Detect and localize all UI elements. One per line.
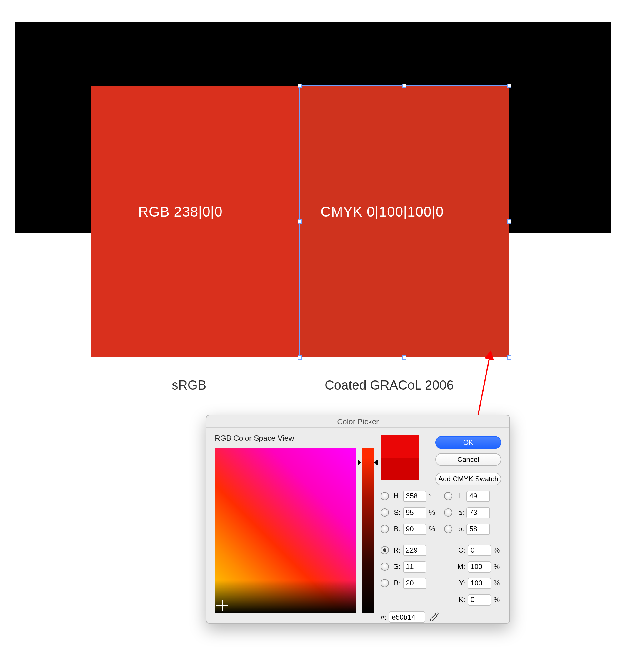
- swatch-cmyk-profile: Coated GRACoL 2006: [325, 378, 454, 393]
- radio-l[interactable]: [444, 492, 452, 500]
- label-a: a:: [455, 508, 464, 517]
- unit-percent: %: [493, 579, 502, 587]
- input-r[interactable]: [403, 545, 427, 556]
- label-hex: #:: [381, 613, 386, 621]
- unit-degree: °: [429, 492, 437, 500]
- label-y: Y:: [455, 579, 465, 587]
- input-c[interactable]: [468, 545, 491, 556]
- label-l: L:: [455, 492, 464, 500]
- label-b-hsb: B:: [391, 525, 401, 533]
- unit-percent: %: [429, 525, 437, 533]
- add-cmyk-swatch-button[interactable]: Add CMYK Swatch: [435, 473, 501, 485]
- unit-percent: %: [493, 562, 502, 571]
- dialog-title: Color Picker: [207, 415, 509, 428]
- label-g: G:: [391, 562, 401, 571]
- swatch-rgb-label: RGB 238|0|0: [138, 203, 223, 220]
- input-b-hsb[interactable]: [403, 523, 427, 535]
- input-k[interactable]: [468, 594, 491, 605]
- label-c: C:: [455, 546, 465, 554]
- radio-g[interactable]: [381, 562, 389, 571]
- input-h[interactable]: [403, 490, 427, 502]
- hue-slider[interactable]: [362, 448, 373, 613]
- swatch-cmyk[interactable]: [300, 86, 509, 357]
- input-g[interactable]: [403, 561, 427, 572]
- swatch-rgb[interactable]: [91, 86, 300, 357]
- radio-s[interactable]: [381, 508, 389, 517]
- sb-crosshair-icon: [216, 600, 228, 611]
- input-lab-b[interactable]: [466, 523, 490, 535]
- radio-h[interactable]: [381, 492, 389, 500]
- eyedropper-icon[interactable]: [429, 612, 439, 622]
- input-y[interactable]: [468, 578, 491, 589]
- radio-b-hsb[interactable]: [381, 525, 389, 533]
- input-a[interactable]: [466, 507, 490, 518]
- color-picker-dialog: Color Picker RGB Color Space View OK Can…: [206, 415, 510, 624]
- input-hex[interactable]: [389, 611, 425, 623]
- label-r: R:: [391, 546, 401, 554]
- unit-percent: %: [493, 546, 502, 554]
- input-b-rgb[interactable]: [403, 578, 427, 589]
- label-h: H:: [391, 492, 401, 500]
- radio-lab-b[interactable]: [444, 525, 452, 533]
- color-preview: [381, 435, 419, 480]
- swatch-cmyk-label: CMYK 0|100|100|0: [321, 203, 444, 220]
- label-k: K:: [455, 596, 465, 604]
- unit-percent: %: [493, 596, 502, 604]
- label-b-rgb: B:: [391, 579, 401, 587]
- input-m[interactable]: [468, 561, 491, 572]
- radio-a[interactable]: [444, 508, 452, 517]
- color-space-view-label: RGB Color Space View: [215, 434, 294, 442]
- ok-button[interactable]: OK: [435, 436, 501, 449]
- radio-b-rgb[interactable]: [381, 579, 389, 587]
- label-s: S:: [391, 508, 401, 517]
- label-m: M:: [455, 562, 465, 571]
- unit-percent: %: [429, 508, 437, 517]
- saturation-brightness-field[interactable]: [215, 448, 356, 613]
- input-l[interactable]: [466, 490, 490, 502]
- color-preview-current: [381, 458, 419, 480]
- radio-r[interactable]: [381, 546, 389, 554]
- color-preview-new: [381, 435, 419, 458]
- input-s[interactable]: [403, 507, 427, 518]
- swatch-rgb-profile: sRGB: [172, 378, 206, 393]
- cancel-button[interactable]: Cancel: [435, 453, 501, 466]
- label-lab-b: b:: [455, 525, 464, 533]
